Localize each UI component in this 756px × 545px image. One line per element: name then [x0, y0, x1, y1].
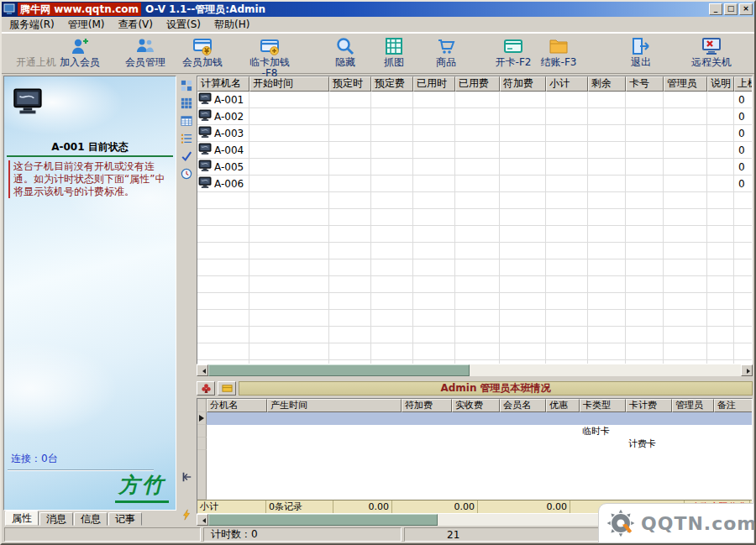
- goods-icon: [436, 36, 456, 56]
- scroll-thumb[interactable]: [208, 514, 438, 526]
- machines-col-header[interactable]: 预定时: [329, 76, 371, 92]
- toolbar-checkout-button[interactable]: 结账-F3: [531, 36, 586, 68]
- machine-cell: [371, 343, 413, 360]
- shift-col-header[interactable]: 卡类型: [580, 399, 626, 412]
- machine-cell: [413, 293, 455, 310]
- shift-record-row[interactable]: 临时卡: [197, 425, 752, 438]
- machine-cell: [500, 125, 546, 142]
- machines-table-hscrollbar[interactable]: [197, 364, 753, 376]
- toolbar-add-member-button[interactable]: 加入会员: [52, 36, 108, 68]
- shift-record-cell: [452, 412, 500, 425]
- toolbar-temp-card-recharge-button[interactable]: 临卡加钱-F8: [242, 36, 297, 79]
- maximize-button[interactable]: □: [724, 3, 738, 15]
- side-tool-table-button[interactable]: [179, 113, 194, 128]
- machine-empty-row: [197, 226, 752, 243]
- machine-cell: [707, 125, 734, 142]
- scroll-right-button[interactable]: [741, 364, 753, 376]
- shift-col-header[interactable]: 优惠: [546, 399, 580, 412]
- menu-item-view[interactable]: 查看(V): [111, 16, 160, 34]
- machine-cell: [664, 142, 707, 159]
- machines-col-header[interactable]: 预定费: [371, 76, 413, 92]
- close-button[interactable]: ×: [739, 3, 753, 15]
- shift-button-1[interactable]: [197, 381, 215, 396]
- machine-cell: [546, 176, 588, 192]
- machine-cell: [413, 310, 455, 327]
- machine-row[interactable]: A-0010: [197, 92, 752, 108]
- shift-col-header[interactable]: 卡计费: [626, 399, 672, 412]
- machine-cell: [546, 343, 588, 360]
- machine-cell: [734, 310, 752, 327]
- side-tool-list-button[interactable]: [179, 131, 194, 146]
- machines-col-header[interactable]: 小计: [546, 76, 588, 92]
- machine-row[interactable]: A-0040: [197, 142, 752, 159]
- shift-col-header[interactable]: 会员名: [500, 399, 546, 412]
- shift-col-header[interactable]: 管理员: [672, 399, 714, 412]
- scroll-track[interactable]: [208, 364, 741, 376]
- toolbar-hide-button[interactable]: 隐藏: [318, 36, 373, 68]
- machines-col-header[interactable]: 已用费: [455, 76, 500, 92]
- scroll-thumb[interactable]: [208, 364, 470, 376]
- shift-col-header[interactable]: 分机名: [207, 399, 267, 412]
- machines-col-header[interactable]: 剩余: [588, 76, 626, 92]
- shift-record-cell: [580, 438, 626, 450]
- shift-record-cell: [672, 438, 714, 450]
- machine-row[interactable]: A-0050: [197, 159, 752, 176]
- shift-col-header[interactable]: 产生时间: [267, 399, 402, 412]
- shift-button-2[interactable]: [218, 381, 236, 396]
- machines-col-header[interactable]: 说明: [707, 76, 734, 92]
- machine-cell: [546, 192, 588, 209]
- toolbar-goods-button[interactable]: 商品: [418, 36, 474, 68]
- tab-message[interactable]: 消息: [39, 512, 73, 526]
- machine-name: A-006: [214, 178, 244, 190]
- open-card-icon: [503, 36, 523, 56]
- toolbar-member-recharge-button[interactable]: ¥会员加钱: [175, 36, 230, 68]
- machines-col-header[interactable]: 已用时: [413, 76, 455, 92]
- title-bar[interactable]: 腾牛网 www.qqtn.com O-V 1.1--管理员:Admin _ □ …: [2, 2, 754, 17]
- machine-cell: [664, 293, 707, 310]
- machine-cell: [500, 293, 546, 310]
- tab-info[interactable]: 信息: [74, 512, 108, 526]
- side-tool-clock-button[interactable]: [179, 166, 194, 181]
- menu-item-manage[interactable]: 管理(M): [61, 16, 112, 34]
- tab-property[interactable]: 属性: [5, 511, 39, 526]
- toolbar-screenshot-button[interactable]: 抓图: [366, 36, 422, 68]
- machine-cell: [707, 310, 734, 327]
- shift-record-row[interactable]: [197, 412, 752, 425]
- menu-item-settings[interactable]: 设置(S): [160, 16, 207, 34]
- toolbar-exit-button[interactable]: 退出: [613, 36, 669, 68]
- side-tool-check-button[interactable]: [179, 149, 194, 164]
- menu-item-server[interactable]: 服务端(R): [3, 16, 61, 34]
- machines-col-header[interactable]: 管理员: [664, 76, 707, 92]
- shift-record-cell: [546, 412, 580, 425]
- machine-cell: [413, 142, 455, 159]
- machines-col-header[interactable]: 符加费: [500, 76, 546, 92]
- machines-col-header[interactable]: 卡号: [626, 76, 664, 92]
- shift-record-row[interactable]: 计费卡: [197, 438, 752, 450]
- machine-cell: [626, 125, 664, 142]
- shift-col-header[interactable]: 符加费: [402, 399, 452, 412]
- machine-row[interactable]: A-0020: [197, 108, 752, 125]
- machine-cell: [413, 209, 455, 226]
- shift-col-header[interactable]: 实收费: [452, 399, 500, 412]
- menu-item-help[interactable]: 帮助(H): [207, 16, 256, 34]
- machine-cell: [371, 310, 413, 327]
- toolbar-remote-shutdown-button[interactable]: 远程关机: [684, 36, 739, 68]
- machine-cell: [664, 92, 707, 108]
- shift-col-header[interactable]: 备注: [714, 399, 752, 412]
- side-tool-layout-button[interactable]: [179, 78, 194, 93]
- minimize-button[interactable]: _: [709, 3, 722, 15]
- scroll-left-button[interactable]: [197, 364, 208, 376]
- scroll-left-button[interactable]: [197, 514, 208, 526]
- machine-row[interactable]: A-0060: [197, 176, 752, 192]
- tab-notes[interactable]: 记事: [108, 512, 142, 526]
- machine-cell: [455, 360, 500, 364]
- quick-action-button[interactable]: [179, 507, 194, 522]
- collapse-panel-button[interactable]: [179, 469, 194, 485]
- machine-row[interactable]: A-0030: [197, 125, 752, 142]
- toolbar-member-manage-button[interactable]: 会员管理: [118, 36, 173, 68]
- shift-record-cell: [672, 425, 714, 438]
- machine-cell: [626, 259, 664, 276]
- side-tool-grid-button[interactable]: [179, 96, 194, 111]
- machines-col-header[interactable]: 上机: [734, 76, 752, 92]
- machine-cell: [371, 243, 413, 259]
